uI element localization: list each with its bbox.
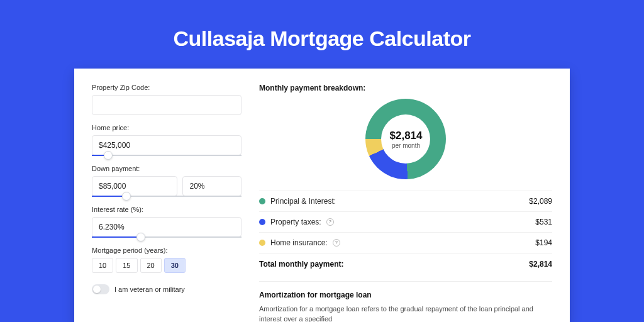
line-label: Property taxes: bbox=[270, 218, 321, 226]
rate-group: Interest rate (%): bbox=[92, 206, 242, 238]
period-option-10[interactable]: 10 bbox=[92, 258, 113, 273]
zip-input[interactable] bbox=[92, 95, 242, 115]
breakdown-panel: Monthly payment breakdown: $2,814 per mo… bbox=[259, 84, 552, 322]
line-label: Principal & Interest: bbox=[270, 197, 336, 206]
down-payment-slider[interactable] bbox=[92, 196, 242, 197]
veteran-row: I am veteran or military bbox=[92, 284, 242, 294]
home-price-slider-fill bbox=[92, 155, 104, 156]
period-option-30[interactable]: 30 bbox=[164, 258, 186, 273]
donut-chart: $2,814 per month bbox=[365, 99, 446, 179]
amortization-title: Amortization for mortgage loan bbox=[259, 291, 552, 299]
home-price-input[interactable] bbox=[92, 135, 242, 155]
amortization-section: Amortization for mortgage loan Amortizat… bbox=[259, 281, 552, 322]
total-label: Total monthly payment: bbox=[259, 260, 343, 269]
home-price-group: Home price: bbox=[92, 124, 242, 156]
amortization-text: Amortization for a mortgage loan refers … bbox=[259, 304, 552, 322]
dot-icon bbox=[259, 240, 265, 246]
home-price-slider-thumb[interactable] bbox=[104, 151, 113, 160]
calculator-card: Property Zip Code: Home price: Down paym… bbox=[74, 69, 570, 322]
rate-slider-fill bbox=[92, 236, 136, 238]
period-option-15[interactable]: 15 bbox=[116, 258, 137, 273]
home-price-slider[interactable] bbox=[92, 155, 242, 156]
line-value: $531 bbox=[535, 218, 552, 226]
total-value: $2,814 bbox=[529, 260, 552, 269]
line-home-insurance: Home insurance: ? $194 bbox=[259, 232, 552, 253]
line-property-taxes: Property taxes: ? $531 bbox=[259, 211, 552, 232]
rate-slider-thumb[interactable] bbox=[136, 233, 145, 242]
rate-label: Interest rate (%): bbox=[92, 206, 242, 213]
dot-icon bbox=[259, 198, 265, 204]
form-panel: Property Zip Code: Home price: Down paym… bbox=[92, 84, 242, 322]
rate-slider[interactable] bbox=[92, 236, 242, 238]
donut-chart-wrap: $2,814 per month bbox=[259, 99, 552, 179]
zip-label: Property Zip Code: bbox=[92, 84, 242, 91]
breakdown-title: Monthly payment breakdown: bbox=[259, 84, 552, 92]
period-options: 10 15 20 30 bbox=[92, 258, 242, 273]
down-payment-group: Down payment: bbox=[92, 165, 242, 197]
line-value: $2,089 bbox=[529, 197, 552, 206]
line-label: Home insurance: bbox=[270, 238, 328, 247]
help-icon[interactable]: ? bbox=[333, 239, 340, 247]
down-payment-label: Down payment: bbox=[92, 165, 242, 172]
down-payment-slider-fill bbox=[92, 196, 122, 197]
down-payment-pct-input[interactable] bbox=[182, 176, 242, 196]
line-principal-interest: Principal & Interest: $2,089 bbox=[259, 191, 552, 211]
page-title: Cullasaja Mortgage Calculator bbox=[0, 0, 644, 69]
home-price-label: Home price: bbox=[92, 124, 242, 131]
total-row: Total monthly payment: $2,814 bbox=[259, 253, 552, 275]
donut-per-month: per month bbox=[389, 142, 422, 149]
period-group: Mortgage period (years): 10 15 20 30 bbox=[92, 247, 242, 273]
donut-amount: $2,814 bbox=[389, 130, 422, 142]
veteran-toggle[interactable] bbox=[92, 284, 109, 294]
rate-input[interactable] bbox=[92, 217, 242, 237]
dot-icon bbox=[259, 219, 265, 225]
period-label: Mortgage period (years): bbox=[92, 247, 242, 254]
period-option-20[interactable]: 20 bbox=[140, 258, 162, 273]
down-payment-input[interactable] bbox=[92, 176, 177, 196]
down-payment-slider-thumb[interactable] bbox=[122, 192, 131, 201]
zip-field-group: Property Zip Code: bbox=[92, 84, 242, 115]
veteran-label: I am veteran or military bbox=[114, 286, 185, 293]
line-value: $194 bbox=[535, 238, 552, 247]
help-icon[interactable]: ? bbox=[326, 218, 334, 226]
donut-center: $2,814 per month bbox=[389, 130, 422, 149]
